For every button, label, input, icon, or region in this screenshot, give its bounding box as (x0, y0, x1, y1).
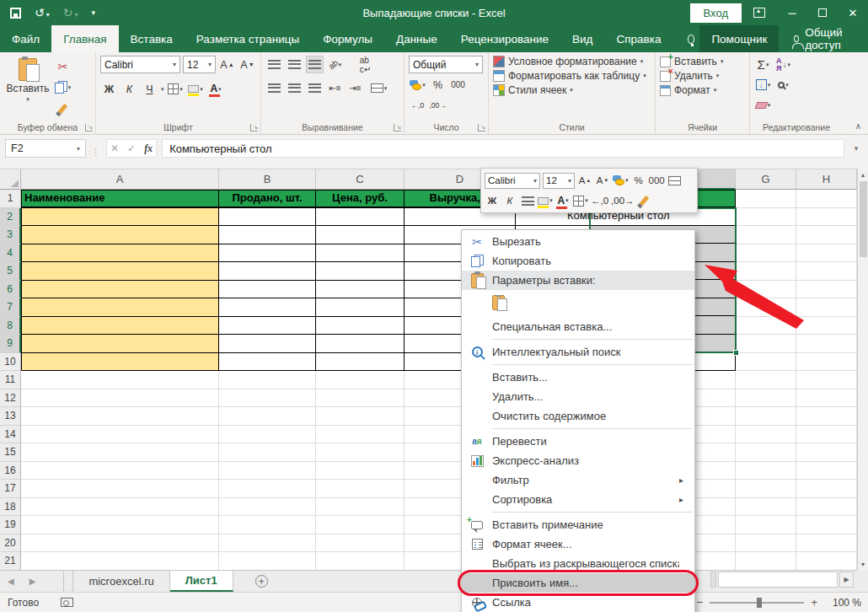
cell-C17[interactable] (316, 480, 405, 498)
borders-button[interactable]: ▾ (167, 80, 185, 98)
select-all-corner[interactable] (0, 169, 21, 190)
autosum-button[interactable]: Σ▾ (754, 56, 772, 73)
cell-G6[interactable] (736, 281, 796, 299)
row-header-1[interactable]: 1 (0, 190, 21, 208)
cell-G9[interactable] (736, 335, 796, 353)
prev-sheet-icon[interactable]: ◀ (0, 571, 22, 592)
row-header-4[interactable]: 4 (0, 244, 21, 263)
cell-A7[interactable] (21, 298, 219, 317)
mini-accounting-button[interactable]: ▾ (613, 173, 629, 189)
cell-A6[interactable] (21, 281, 219, 299)
cell-C1[interactable]: Цена, руб. (316, 190, 405, 208)
cell-C2[interactable] (316, 208, 405, 227)
name-box[interactable]: F2▾ (5, 139, 86, 158)
cell-H8[interactable] (796, 317, 857, 336)
cell-C3[interactable] (316, 226, 405, 244)
macro-record-icon[interactable] (61, 598, 73, 607)
maximize-button[interactable] (807, 0, 838, 25)
shrink-font-button[interactable]: А▼ (238, 56, 256, 73)
cell-A19[interactable] (21, 516, 219, 534)
menu-paste-option-button[interactable] (462, 290, 694, 317)
align-right-button[interactable] (306, 79, 324, 97)
name-box-splitter[interactable]: ⋮ (91, 142, 101, 161)
cell-H9[interactable] (796, 335, 857, 353)
fill-button[interactable]: ↓▾ (754, 76, 772, 94)
tab-формулы[interactable]: Формулы (311, 25, 384, 52)
menu-item-вырезать[interactable]: ✂Вырезать (462, 232, 694, 251)
conditional-formatting-button[interactable]: Условное форматирование▾ (493, 56, 651, 67)
cell-G18[interactable] (736, 498, 796, 517)
cell-H21[interactable] (796, 552, 857, 571)
cell-A10[interactable] (21, 353, 219, 372)
menu-item-выбрать-из-раскрывающегося-списка[interactable]: Выбрать из раскрывающегося списка... (462, 554, 694, 573)
menu-item-параметры-вставки[interactable]: Параметры вставки: (462, 271, 694, 290)
tab-рецензирование[interactable]: Рецензирование (449, 25, 560, 52)
cell-C6[interactable] (316, 281, 405, 299)
row-header-17[interactable]: 17 (0, 480, 21, 498)
cell-B14[interactable] (219, 426, 316, 444)
cell-C15[interactable] (316, 443, 405, 462)
scroll-down-icon[interactable]: ▼ (860, 558, 866, 571)
cell-H2[interactable] (796, 208, 857, 227)
cell-A8[interactable] (21, 317, 219, 336)
menu-item-фильтр[interactable]: Фильтр▸ (462, 470, 694, 490)
cell-B7[interactable] (219, 298, 316, 317)
menu-item-перевести[interactable]: аяПеревести (462, 432, 694, 451)
row-header-11[interactable]: 11 (0, 371, 21, 389)
row-header-14[interactable]: 14 (0, 426, 21, 444)
percent-style-button[interactable]: % (429, 76, 447, 94)
cell-A15[interactable] (21, 443, 219, 462)
row-header-16[interactable]: 16 (0, 462, 21, 480)
cell-B17[interactable] (219, 480, 316, 498)
column-header-A[interactable]: A (21, 169, 219, 190)
cell-C12[interactable] (316, 389, 405, 408)
clipboard-dialog-launcher[interactable]: ↘ (85, 124, 93, 132)
cell-B9[interactable] (219, 335, 316, 353)
mini-decrease-decimal-button[interactable]: ,00→ (611, 193, 635, 209)
cell-C13[interactable] (316, 407, 405, 426)
number-dialog-launcher[interactable]: ↘ (478, 124, 485, 132)
cell-H5[interactable] (796, 262, 857, 281)
delete-cells-button[interactable]: Удалить▾ (660, 70, 745, 82)
cell-A9[interactable] (21, 335, 219, 353)
cell-H1[interactable] (796, 190, 857, 208)
cell-B4[interactable] (219, 244, 316, 263)
cell-G14[interactable] (736, 426, 796, 444)
mini-format-painter-button[interactable] (637, 193, 652, 209)
cell-H20[interactable] (796, 534, 857, 553)
undo-button[interactable]: ↺▾ (35, 6, 50, 19)
cell-C9[interactable] (316, 335, 405, 353)
zoom-slider-handle[interactable] (757, 598, 762, 608)
cell-A2[interactable] (21, 208, 219, 227)
cell-G3[interactable] (736, 226, 796, 244)
row-header-2[interactable]: 2 (0, 208, 21, 227)
menu-item-вставить[interactable]: Вставить... (462, 368, 694, 387)
cell-B12[interactable] (219, 389, 316, 408)
font-name-combo[interactable]: Calibri▾ (100, 56, 180, 73)
row-header-10[interactable]: 10 (0, 353, 21, 372)
collapse-ribbon-icon[interactable]: ∧ (855, 121, 861, 131)
column-header-C[interactable]: C (316, 169, 405, 190)
row-header-12[interactable]: 12 (0, 389, 21, 408)
menu-item-копировать[interactable]: Копировать (462, 251, 694, 271)
column-header-G[interactable]: G (736, 169, 796, 190)
zoom-level[interactable]: 100 % (824, 597, 861, 609)
vertical-scrollbar[interactable]: ▲ ▼ (857, 169, 868, 571)
row-header-9[interactable]: 9 (0, 335, 21, 353)
align-left-button[interactable] (265, 79, 283, 97)
mini-italic-button[interactable]: К (502, 193, 517, 209)
align-middle-button[interactable] (286, 56, 303, 73)
font-dialog-launcher[interactable]: ↘ (250, 124, 258, 132)
cell-G16[interactable] (736, 462, 796, 480)
mini-fill-color-button[interactable]: ▾ (538, 193, 553, 209)
clear-button[interactable]: ▾ (754, 96, 772, 114)
mini-grow-font-button[interactable]: А▲ (577, 173, 592, 189)
row-header-6[interactable]: 6 (0, 281, 21, 299)
cell-H10[interactable] (796, 353, 857, 372)
cell-H11[interactable] (796, 371, 857, 389)
cell-B20[interactable] (219, 534, 316, 553)
cell-B10[interactable] (219, 353, 316, 372)
next-sheet-icon[interactable]: ▶ (22, 571, 44, 592)
row-header-21[interactable]: 21 (0, 552, 21, 571)
fill-color-button[interactable]: ▾ (187, 80, 205, 98)
